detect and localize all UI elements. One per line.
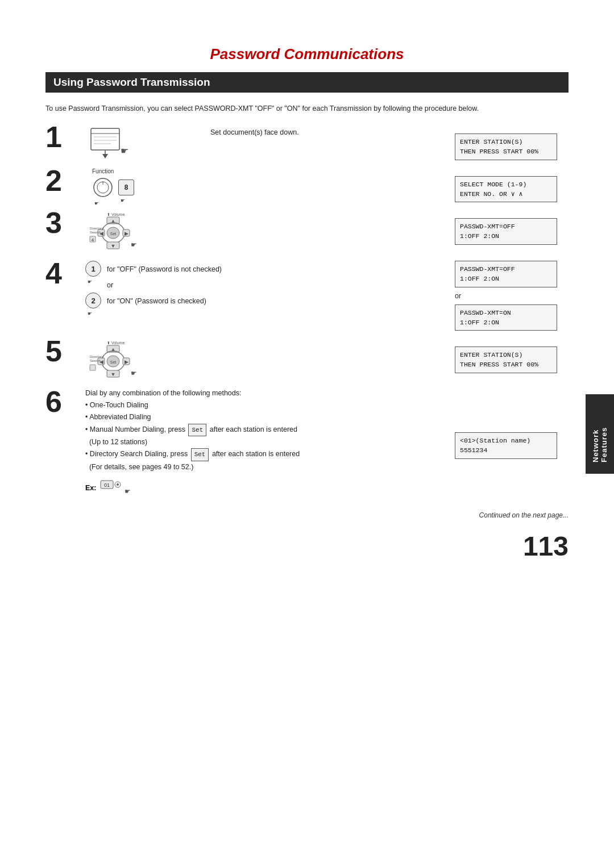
svg-text:Directory: Directory	[90, 355, 103, 358]
step-1-row: 1 ☛	[45, 124, 569, 160]
step-5-description	[205, 339, 449, 341]
ex-button-icon: 01 ☛	[99, 478, 134, 498]
key-2-button: 2	[85, 293, 101, 308]
step-6-lcd: <01>(Station name)5551234	[449, 389, 569, 459]
step-6-lcd-box: <01>(Station name)5551234	[455, 432, 557, 459]
step-3-lcd: PASSWD-XMT=OFF1:OFF 2:ON	[449, 210, 569, 245]
svg-text:⬆ Volume: ⬆ Volume	[107, 212, 125, 216]
step-4-lcd: PASSWD-XMT=OFF1:OFF 2:ON or PASSWD-XMT=O…	[449, 261, 569, 331]
step-3-left: 3 ⬆ Volume ▲ Set	[45, 210, 449, 253]
section-header: Using Password Transmission	[45, 72, 569, 93]
step-3-lcd-box: PASSWD-XMT=OFF1:OFF 2:ON	[455, 218, 557, 245]
continued-text: Continued on the next page...	[45, 511, 569, 519]
document-icon: ☛	[85, 126, 136, 160]
svg-text:Set: Set	[110, 232, 117, 236]
step-1-number: 1	[45, 122, 80, 152]
step-5-illustration: ⬆ Volume ▲ Set ◀ ▶ ▼ Directory Search	[80, 339, 205, 381]
svg-text:▶: ▶	[125, 231, 128, 236]
step-4a-lcd-box: PASSWD-XMT=OFF1:OFF 2:ON	[455, 261, 557, 287]
step-1-illustration: ☛	[80, 124, 205, 160]
step-2-description	[205, 168, 449, 170]
svg-text:▼: ▼	[111, 243, 116, 249]
steps-container: 1 ☛	[45, 124, 569, 506]
step-4b-lcd-box: PASSWD-XMT=ON1:OFF 2:ON	[455, 304, 557, 331]
page-number: 113	[45, 531, 569, 562]
step-3-description	[205, 210, 449, 212]
ex-label: Ex:	[85, 484, 96, 492]
svg-point-47	[117, 483, 119, 486]
key-1-button: 1	[85, 261, 101, 277]
svg-point-8	[94, 178, 112, 197]
svg-text:⬆ Volume: ⬆ Volume	[107, 341, 125, 345]
svg-text:▼: ▼	[111, 372, 116, 377]
step-6-description: Dial by any combination of the following…	[85, 389, 449, 397]
svg-text:4: 4	[92, 237, 94, 243]
step-1-description: Set document(s) face down.	[205, 124, 449, 138]
step-1-left: 1 ☛	[45, 124, 449, 160]
step-2-illustration: Function ☛	[80, 168, 205, 198]
step-4-left: 4 1 ☛ for "OFF" (Password is not checked…	[45, 261, 449, 308]
step-4a-description: for "OFF" (Password is not checked)	[107, 264, 222, 273]
or-text-2: or	[455, 292, 461, 300]
step-3-number: 3	[45, 208, 80, 237]
step-2-row: 2 Function ☛	[45, 168, 569, 203]
svg-text:01: 01	[104, 482, 110, 488]
step-4-row: 4 1 ☛ for "OFF" (Password is not checked…	[45, 261, 569, 331]
intro-text: To use Password Transmission, you can se…	[45, 103, 569, 114]
key-8-button: 8	[118, 180, 134, 195]
svg-text:☛: ☛	[131, 369, 137, 377]
set-key-2: Set	[191, 448, 209, 461]
bullet-2: Abbreviated Dialing	[85, 411, 449, 423]
step-5-row: 5 ⬆ Volume ▲ Set ◀ ▶	[45, 339, 569, 381]
step-4-number: 4	[45, 258, 80, 288]
step-4b-description: for "ON" (Password is checked)	[107, 296, 206, 305]
svg-text:☛: ☛	[131, 241, 137, 249]
bullet-4: Directory Search Dialing, press Set afte…	[85, 448, 449, 473]
step-3-illustration: ⬆ Volume ▲ Set ◀ ▶	[80, 210, 205, 253]
step-6-left: 6 Dial by any combination of the followi…	[45, 389, 449, 498]
step-2-left: 2 Function ☛	[45, 168, 449, 198]
nav-dial-2-icon: ⬆ Volume ▲ Set ◀ ▶ ▼ Directory Search	[85, 339, 142, 381]
svg-rect-0	[91, 128, 119, 150]
side-tab-network-features: Network Features	[586, 394, 614, 474]
step-5-lcd: ENTER STATION(S)THEN PRESS START 00%	[449, 339, 569, 373]
step-5-left: 5 ⬆ Volume ▲ Set ◀ ▶	[45, 339, 449, 381]
step-5-number: 5	[45, 336, 80, 366]
svg-text:Search: Search	[90, 359, 101, 362]
page-title: Password Communications	[45, 45, 569, 63]
svg-text:☛: ☛	[125, 487, 131, 495]
bullet-1: One-Touch Dialing	[85, 399, 449, 411]
step-3-row: 3 ⬆ Volume ▲ Set	[45, 210, 569, 253]
or-text-1: or	[85, 281, 449, 289]
step-6-bullets: One-Touch Dialing Abbreviated Dialing Ma…	[85, 399, 449, 473]
step-1-lcd: ENTER STATION(S)THEN PRESS START 00%	[449, 124, 569, 160]
step-2-lcd: SELECT MODE (1-9)ENTER NO. OR ∨ ∧	[449, 168, 569, 203]
step-1-lcd-box: ENTER STATION(S)THEN PRESS START 00%	[455, 133, 557, 160]
step-2-lcd-box: SELECT MODE (1-9)ENTER NO. OR ∨ ∧	[455, 176, 557, 203]
svg-text:Set: Set	[110, 360, 117, 364]
set-key-1: Set	[188, 424, 206, 437]
svg-text:Directory: Directory	[90, 227, 103, 230]
step-6-number: 6	[45, 387, 80, 416]
nav-dial-icon: ⬆ Volume ▲ Set ◀ ▶	[85, 210, 142, 253]
step-5-lcd-box: ENTER STATION(S)THEN PRESS START 00%	[455, 347, 557, 373]
function-button-icon	[92, 177, 114, 198]
svg-rect-42	[90, 365, 96, 370]
step-2-number: 2	[45, 166, 80, 195]
svg-text:Search: Search	[90, 231, 101, 234]
svg-text:☛: ☛	[121, 146, 128, 156]
page-container: Network Features Password Communications…	[0, 0, 614, 868]
step-6-row: 6 Dial by any combination of the followi…	[45, 389, 569, 498]
svg-marker-6	[102, 154, 108, 158]
svg-text:▶: ▶	[125, 359, 128, 365]
function-label: Function	[92, 168, 114, 174]
bullet-3: Manual Number Dialing, press Set after e…	[85, 424, 449, 449]
